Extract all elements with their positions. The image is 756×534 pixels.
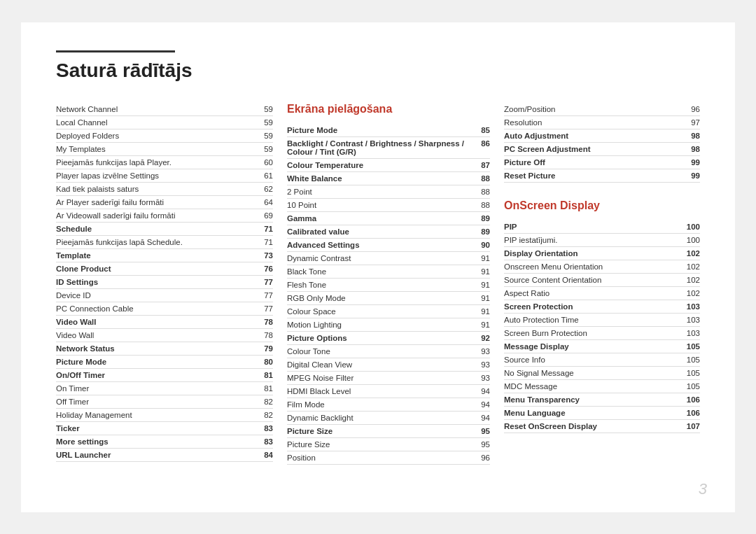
list-item: Video Wall78 — [56, 329, 273, 342]
item-page: 87 — [469, 161, 490, 169]
item-page: 78 — [252, 318, 273, 326]
item-label: Template — [56, 251, 252, 260]
list-item: Flesh Tone91 — [287, 279, 490, 292]
list-item: No Signal Message105 — [504, 367, 700, 380]
list-item: Screen Protection103 — [504, 300, 700, 314]
list-item: Resolution97 — [504, 116, 700, 129]
list-item: Onscreen Menu Orientation102 — [504, 260, 700, 274]
item-label: Ar Videowall saderīgi failu formāti — [56, 211, 252, 220]
item-label: PIP — [504, 223, 679, 231]
item-page: 81 — [252, 384, 273, 393]
item-page: 84 — [252, 451, 273, 459]
item-label: Network Channel — [56, 105, 252, 113]
item-label: Kad tiek palaists saturs — [56, 185, 252, 193]
item-label: Aspect Ratio — [504, 289, 679, 297]
item-page: 94 — [469, 400, 490, 409]
list-item: Off Timer82 — [56, 395, 273, 409]
item-label: Black Tone — [287, 267, 469, 276]
item-label: Menu Transparency — [504, 395, 679, 404]
item-page: 88 — [469, 201, 490, 209]
list-item: Video Wall78 — [56, 316, 273, 329]
item-page: 82 — [252, 411, 273, 419]
list-item: Screen Burn Protection103 — [504, 327, 700, 340]
item-label: Resolution — [504, 118, 679, 127]
list-item: Motion Lighting91 — [287, 318, 490, 332]
item-label: Ar Player saderīgi failu formāti — [56, 198, 252, 206]
list-item: Ar Videowall saderīgi failu formāti69 — [56, 209, 273, 223]
list-item: Zoom/Position96 — [504, 103, 700, 116]
list-item: PIP iestatījumi.100 — [504, 234, 700, 247]
list-item: Digital Clean View93 — [287, 358, 490, 372]
item-page: 98 — [679, 145, 700, 153]
list-item: Pieejamās funkcijas lapā Player.60 — [56, 156, 273, 169]
list-item: Picture Options92 — [287, 332, 490, 345]
item-page: 69 — [252, 211, 273, 220]
list-item: Black Tone91 — [287, 265, 490, 279]
list-item: Backlight / Contrast / Brightness / Shar… — [287, 137, 490, 159]
item-page: 86 — [469, 139, 490, 148]
list-item: MDC Message105 — [504, 380, 700, 393]
item-page: 97 — [679, 118, 700, 127]
item-page: 71 — [252, 225, 273, 233]
list-item: Ar Player saderīgi failu formāti64 — [56, 196, 273, 209]
item-label: Onscreen Menu Orientation — [504, 262, 679, 271]
list-item: Auto Protection Time103 — [504, 314, 700, 327]
title-bar — [56, 50, 175, 52]
item-page: 83 — [252, 424, 273, 433]
item-page: 102 — [679, 276, 700, 284]
item-page: 62 — [252, 185, 273, 193]
item-label: MPEG Noise Filter — [287, 374, 469, 382]
list-item: Local Channel59 — [56, 116, 273, 129]
item-label: Picture Off — [504, 158, 679, 167]
item-label: Picture Mode — [287, 126, 469, 134]
mid-section-title: Ekrāna pielāgošana — [287, 103, 490, 115]
item-page: 88 — [469, 188, 490, 196]
list-item: URL Launcher84 — [56, 449, 273, 462]
list-item: On/Off Timer81 — [56, 369, 273, 382]
list-item: More settings83 — [56, 435, 273, 449]
list-item: Player lapas izvēlne Settings61 — [56, 169, 273, 183]
item-label: Zoom/Position — [504, 105, 679, 113]
list-item: Colour Space91 — [287, 305, 490, 318]
list-item: Source Info105 — [504, 353, 700, 367]
list-item: Auto Adjustment98 — [504, 129, 700, 143]
item-label: 2 Point — [287, 188, 469, 196]
list-item: 2 Point88 — [287, 185, 490, 199]
item-page: 93 — [469, 374, 490, 382]
item-page: 95 — [469, 427, 490, 435]
item-label: Colour Space — [287, 307, 469, 316]
list-item: Picture Off99 — [504, 156, 700, 169]
item-page: 95 — [469, 440, 490, 449]
item-label: Dynamic Backlight — [287, 414, 469, 422]
item-label: Device ID — [56, 291, 252, 300]
item-label: No Signal Message — [504, 369, 679, 377]
item-page: 77 — [252, 304, 273, 313]
list-item: PC Connection Cable77 — [56, 302, 273, 316]
list-item: Holiday Management82 — [56, 409, 273, 422]
item-label: More settings — [56, 437, 252, 446]
list-item: Clone Product76 — [56, 262, 273, 276]
item-page: 73 — [252, 251, 273, 260]
item-page: 59 — [252, 132, 273, 140]
item-page: 92 — [469, 334, 490, 342]
item-label: Menu Language — [504, 409, 679, 417]
item-label: Gamma — [287, 214, 469, 223]
item-label: Colour Tone — [287, 347, 469, 356]
item-page: 60 — [252, 158, 273, 167]
item-label: Reset OnScreen Display — [504, 422, 679, 430]
item-page: 105 — [679, 356, 700, 364]
item-label: Auto Adjustment — [504, 132, 679, 140]
left-column: Network Channel59Local Channel59Deployed… — [56, 103, 273, 465]
item-page: 77 — [252, 278, 273, 286]
item-page: 85 — [469, 126, 490, 134]
mid-column: Ekrāna pielāgošana Picture Mode85Backlig… — [273, 103, 490, 465]
item-page: 59 — [252, 118, 273, 127]
item-label: Video Wall — [56, 331, 252, 339]
item-page: 100 — [679, 236, 700, 244]
item-label: Dynamic Contrast — [287, 254, 469, 262]
item-page: 105 — [679, 342, 700, 351]
item-page: 78 — [252, 331, 273, 339]
list-item: Advanced Settings90 — [287, 239, 490, 252]
list-item: Schedule71 — [56, 223, 273, 236]
list-item: Gamma89 — [287, 212, 490, 225]
